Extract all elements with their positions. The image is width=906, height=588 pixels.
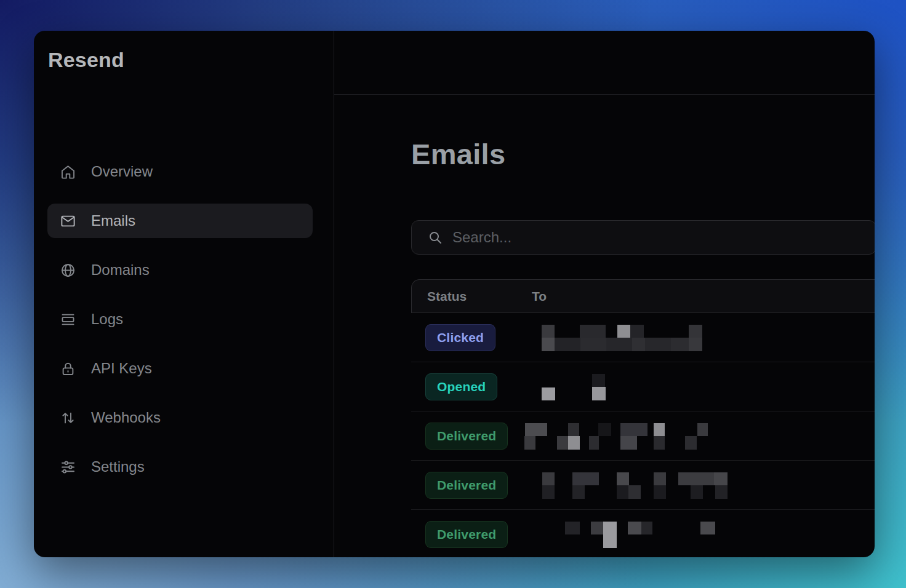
status-badge: Delivered <box>425 423 508 450</box>
search-placeholder: Search... <box>452 229 511 246</box>
sliders-icon <box>60 459 76 475</box>
sidebar-item-label: Settings <box>91 458 145 475</box>
sidebar-item-logs[interactable]: Logs <box>47 302 313 336</box>
sidebar-item-emails[interactable]: Emails <box>47 204 313 238</box>
sidebar-item-overview[interactable]: Overview <box>47 154 313 189</box>
table-row[interactable]: Opened <box>411 362 875 411</box>
page-title: Emails <box>411 137 875 172</box>
sidebar-item-label: Logs <box>91 311 123 328</box>
app-window: Resend OverviewEmailsDomainsLogsAPI Keys… <box>34 31 875 557</box>
emails-page: Emails Search... Status To ClickedOpened… <box>334 95 875 557</box>
table-row[interactable]: Delivered <box>411 461 875 510</box>
main-content: Emails Search... Status To ClickedOpened… <box>334 31 875 557</box>
status-badge: Opened <box>425 373 497 400</box>
brand-logo: Resend <box>48 48 334 72</box>
sidebar-item-settings[interactable]: Settings <box>47 450 313 484</box>
status-badge: Delivered <box>425 472 508 499</box>
lock-icon <box>60 360 76 377</box>
column-header-status: Status <box>412 289 532 304</box>
home-icon <box>60 164 76 180</box>
sidebar-item-label: Domains <box>91 261 150 279</box>
table-row[interactable]: Clicked <box>411 313 875 362</box>
status-badge: Clicked <box>425 324 495 351</box>
arrows-up-down-icon <box>60 410 76 426</box>
emails-table: Status To ClickedOpenedDeliveredDelivere… <box>411 279 875 557</box>
table-header: Status To <box>411 279 875 313</box>
sidebar-nav: OverviewEmailsDomainsLogsAPI KeysWebhook… <box>34 154 334 484</box>
sidebar-item-label: API Keys <box>91 360 152 377</box>
search-icon <box>428 230 443 245</box>
sidebar: Resend OverviewEmailsDomainsLogsAPI Keys… <box>34 31 334 557</box>
sidebar-item-label: Overview <box>91 163 153 180</box>
table-row[interactable]: Delivered <box>411 411 875 461</box>
column-header-to: To <box>532 289 547 304</box>
sidebar-item-label: Webhooks <box>91 409 161 426</box>
table-body: ClickedOpenedDeliveredDeliveredDelivered <box>411 313 875 557</box>
top-bar <box>334 31 875 95</box>
status-badge: Delivered <box>425 521 508 548</box>
logs-icon <box>60 311 76 328</box>
sidebar-item-label: Emails <box>91 212 135 229</box>
table-row[interactable]: Delivered <box>411 510 875 557</box>
sidebar-item-domains[interactable]: Domains <box>47 253 313 287</box>
globe-icon <box>60 262 76 279</box>
search-input[interactable]: Search... <box>411 220 875 255</box>
envelope-icon <box>60 213 76 229</box>
sidebar-item-webhooks[interactable]: Webhooks <box>47 400 313 435</box>
sidebar-item-api-keys[interactable]: API Keys <box>47 351 313 386</box>
